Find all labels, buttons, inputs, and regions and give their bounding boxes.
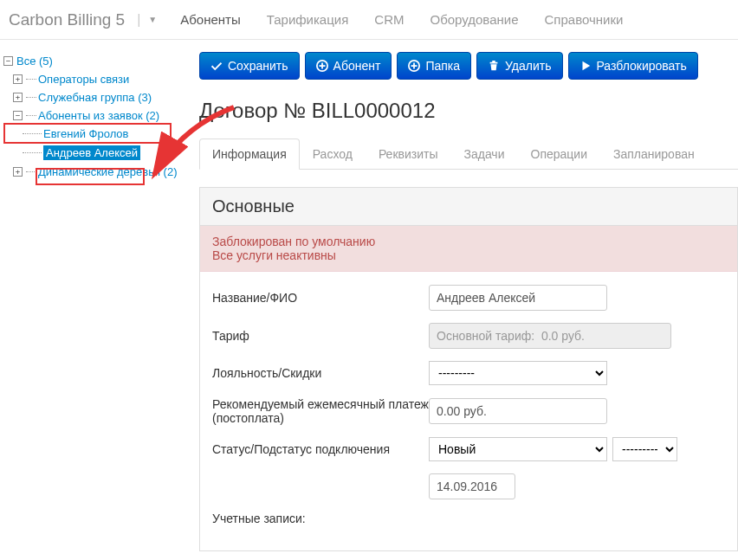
tree-andreev[interactable]: Андреев Алексей <box>43 145 140 160</box>
label-name: Название/ФИО <box>212 291 429 305</box>
tab-operations[interactable]: Операции <box>518 138 601 169</box>
tree-collapse-icon[interactable]: − <box>13 111 23 120</box>
plus-circle-icon <box>408 60 420 72</box>
tree-collapse-icon[interactable]: − <box>3 56 13 66</box>
tree-connector <box>26 171 36 172</box>
tree-dynamic[interactable]: Динамические деревья (2) <box>38 165 177 178</box>
nav-subscribers[interactable]: Абоненты <box>167 2 254 37</box>
plus-circle-icon <box>316 60 328 72</box>
tree-operators[interactable]: Операторы связи <box>38 73 129 86</box>
substatus-select[interactable]: --------- <box>612 437 677 461</box>
tree-from-requests[interactable]: Абоненты из заявок (2) <box>38 109 159 122</box>
trash-icon <box>488 60 500 72</box>
unblock-button[interactable]: Разблокировать <box>568 52 698 80</box>
label-recommended: Рекомендуемый ежемесячный платеж (постоп… <box>212 397 429 425</box>
name-field[interactable] <box>429 285 607 311</box>
delete-button[interactable]: Удалить <box>476 52 562 80</box>
tree-expand-icon[interactable]: + <box>13 93 23 102</box>
tree-all[interactable]: Все (5) <box>16 55 53 68</box>
status-select[interactable]: Новый <box>429 437 607 461</box>
logo-dropdown[interactable]: ▼ <box>148 15 157 24</box>
tree-frolov[interactable]: Евгений Фролов <box>43 127 129 140</box>
nav-crm[interactable]: CRM <box>361 2 417 37</box>
tab-info[interactable]: Информация <box>199 138 300 170</box>
tree-connector <box>26 115 36 116</box>
tariff-field[interactable] <box>429 323 671 349</box>
subscriber-button[interactable]: Абонент <box>305 52 392 80</box>
nav-tariffing[interactable]: Тарификация <box>254 2 362 37</box>
tab-details[interactable]: Реквизиты <box>366 138 451 169</box>
label-tariff: Тариф <box>212 329 429 343</box>
tree-expand-icon[interactable]: + <box>13 74 23 84</box>
tab-expense[interactable]: Расход <box>300 138 366 169</box>
tab-scheduled[interactable]: Запланирован <box>600 138 708 169</box>
label-accounts: Учетные записи: <box>212 512 429 525</box>
divider: | <box>137 12 140 28</box>
folder-button[interactable]: Папка <box>397 52 471 80</box>
page-title: Договор № BILL0000012 <box>199 99 738 123</box>
panel-title: Основные <box>200 188 737 226</box>
tree-service-group[interactable]: Служебная группа (3) <box>38 91 152 104</box>
recommended-field[interactable] <box>429 398 607 424</box>
label-status: Статус/Подстатус подключения <box>212 442 429 456</box>
app-logo: Carbon Billing 5 <box>9 10 125 29</box>
sidebar-tree: − Все (5) + Операторы связи + Служебная … <box>0 40 187 560</box>
alert-blocked: Заблокирован по умолчанию Все услуги неа… <box>200 226 737 272</box>
tab-tasks[interactable]: Задачи <box>450 138 517 169</box>
date-field[interactable] <box>429 473 515 499</box>
tree-expand-icon[interactable]: + <box>13 167 23 177</box>
tree-connector <box>23 152 42 153</box>
loyalty-select[interactable]: --------- <box>429 361 607 385</box>
check-icon <box>210 60 223 72</box>
save-button[interactable]: Сохранить <box>199 52 300 80</box>
nav-directories[interactable]: Справочники <box>532 2 637 37</box>
nav-equipment[interactable]: Оборудование <box>417 2 531 37</box>
tree-connector <box>26 97 36 98</box>
label-loyalty: Лояльность/Скидки <box>212 366 429 380</box>
tree-connector <box>26 79 36 80</box>
play-icon <box>579 60 592 72</box>
tree-connector <box>23 133 42 134</box>
